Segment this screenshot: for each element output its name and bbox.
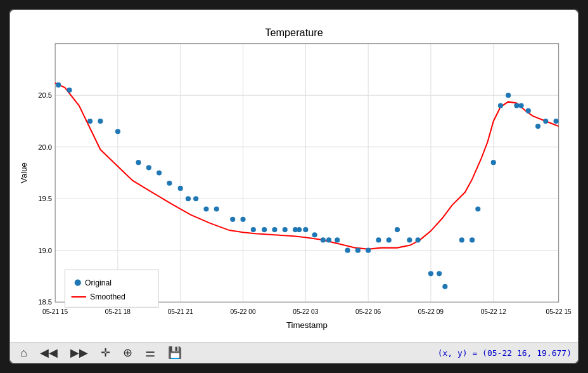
svg-point-46 (387, 237, 392, 242)
svg-point-36 (297, 227, 302, 232)
svg-point-16 (67, 88, 72, 93)
svg-point-34 (283, 227, 288, 232)
svg-point-31 (251, 227, 256, 232)
svg-point-21 (146, 165, 151, 170)
pan-button[interactable]: ✛ (97, 343, 114, 362)
svg-point-58 (506, 93, 511, 98)
svg-point-43 (355, 248, 361, 253)
svg-point-37 (303, 227, 308, 232)
svg-rect-14 (55, 44, 559, 302)
x-tick-3: 05-22 00 (230, 308, 255, 315)
svg-point-60 (518, 103, 523, 108)
svg-point-45 (376, 237, 381, 242)
legend-original-label: Original (85, 278, 112, 287)
svg-point-24 (178, 186, 183, 191)
svg-point-52 (442, 284, 447, 289)
save-button[interactable]: 💾 (164, 343, 186, 362)
x-tick-5: 05-22 06 (355, 308, 381, 315)
svg-point-61 (526, 108, 531, 114)
temperature-chart: Temperature (16, 16, 572, 336)
svg-point-50 (428, 271, 433, 276)
svg-point-29 (230, 217, 235, 222)
y-tick-20.5: 20.5 (38, 91, 52, 99)
svg-point-32 (262, 227, 267, 232)
coords-display: (x, y) = (05-22 16, 19.677) (438, 348, 572, 358)
svg-point-59 (514, 103, 519, 108)
svg-point-62 (535, 124, 540, 129)
svg-point-47 (395, 227, 400, 232)
x-axis-label: Timestamp (286, 320, 328, 330)
data-points (56, 82, 558, 289)
y-tick-19.0: 19.0 (38, 247, 52, 254)
x-tick-6: 05-22 09 (418, 308, 444, 315)
legend-box (65, 270, 158, 307)
svg-point-19 (115, 129, 120, 134)
svg-point-18 (98, 119, 103, 124)
svg-point-49 (415, 237, 420, 242)
svg-point-51 (437, 271, 442, 276)
x-tick-2: 05-21 21 (168, 308, 193, 315)
legend-original-icon (75, 280, 81, 286)
toolbar-left: ⌂ ◀◀ ▶▶ ✛ ⊕ ⚌ 💾 (16, 343, 186, 362)
svg-point-33 (272, 227, 277, 232)
y-tick-18.5: 18.5 (38, 298, 52, 306)
back-button[interactable]: ◀◀ (36, 343, 61, 362)
svg-point-25 (186, 196, 191, 201)
svg-point-57 (498, 103, 503, 108)
legend-smoothed-label: Smoothed (90, 292, 125, 301)
y-tick-20.0: 20.0 (38, 143, 52, 151)
main-window: Temperature (9, 9, 579, 364)
home-button[interactable]: ⌂ (16, 344, 31, 362)
svg-point-41 (335, 237, 340, 242)
svg-point-20 (136, 160, 141, 165)
chart-area: Temperature (10, 10, 578, 342)
settings-button[interactable]: ⚌ (141, 343, 159, 362)
svg-point-22 (157, 170, 162, 175)
svg-point-28 (214, 206, 219, 211)
svg-point-26 (193, 196, 198, 201)
svg-point-17 (87, 119, 93, 124)
svg-point-44 (366, 248, 371, 253)
svg-point-42 (345, 248, 350, 253)
svg-point-48 (407, 237, 412, 242)
smoothed-line (55, 83, 559, 249)
svg-point-39 (321, 237, 326, 242)
svg-point-23 (167, 181, 172, 186)
x-tick-1: 05-21 18 (105, 308, 131, 315)
x-tick-0: 05-21 15 (42, 308, 68, 315)
x-tick-7: 05-22 12 (481, 308, 506, 315)
svg-point-30 (240, 217, 245, 222)
svg-point-55 (475, 206, 480, 211)
svg-point-56 (491, 160, 496, 165)
svg-point-53 (459, 237, 464, 242)
y-axis-label: Value (19, 162, 29, 183)
svg-point-38 (312, 232, 317, 237)
toolbar: ⌂ ◀◀ ▶▶ ✛ ⊕ ⚌ 💾 (x, y) = (05-22 16, 19.6… (10, 342, 578, 363)
zoom-button[interactable]: ⊕ (119, 343, 136, 362)
forward-button[interactable]: ▶▶ (67, 343, 92, 362)
x-tick-4: 05-22 03 (293, 308, 318, 315)
svg-point-54 (470, 237, 475, 242)
svg-point-15 (56, 82, 61, 88)
svg-point-64 (553, 119, 558, 124)
x-tick-8: 05-22 15 (546, 308, 572, 315)
svg-point-40 (326, 237, 331, 242)
svg-point-27 (203, 206, 208, 211)
chart-title: Temperature (265, 27, 323, 38)
svg-point-63 (543, 119, 548, 124)
y-tick-19.5: 19.5 (38, 195, 52, 202)
